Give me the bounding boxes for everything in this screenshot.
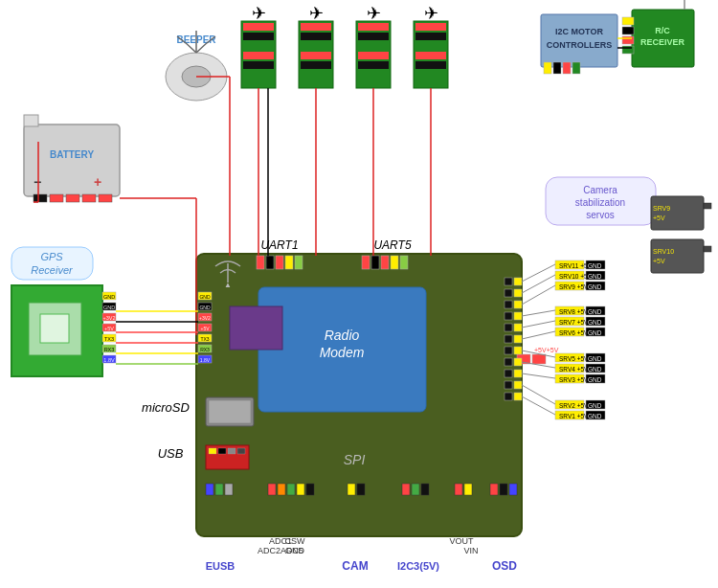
diagram-container: ✈ ✈ ✈ <box>0 0 718 588</box>
svg-rect-95 <box>514 324 522 331</box>
propeller-1-icon: ✈ <box>252 4 266 23</box>
svg-rect-147 <box>455 484 462 495</box>
svg-text:1.8V: 1.8V <box>200 357 211 363</box>
svg-rect-76 <box>230 306 282 350</box>
svg-rect-21 <box>358 71 389 79</box>
i2c-motor-container: I2C MOTOR CONTROLLERS <box>541 14 617 74</box>
svg-rect-98 <box>514 358 522 366</box>
svg-text:+5V+5V: +5V+5V <box>534 347 559 353</box>
svg-text:stabilization: stabilization <box>575 197 625 208</box>
svg-text:GND: GND <box>588 413 602 419</box>
svg-rect-135 <box>215 484 223 495</box>
svg-rect-157 <box>651 239 704 273</box>
microsd-label: microSD <box>142 400 190 415</box>
svg-rect-41 <box>622 36 634 44</box>
svg-rect-7 <box>243 71 274 79</box>
radio-modem-label: Radio <box>325 328 360 343</box>
svg-rect-91 <box>514 278 522 285</box>
cam-label: CAM <box>342 559 368 573</box>
spi-label: SPI <box>344 452 366 467</box>
svg-rect-90 <box>532 354 546 364</box>
svg-rect-12 <box>301 52 331 59</box>
cam-stab-label-container: Camera stabilization servos <box>546 177 656 225</box>
battery-label: BATTERY <box>50 149 94 160</box>
propeller-4-icon: ✈ <box>424 4 438 23</box>
svg-rect-146 <box>421 484 429 495</box>
svg-text:SRV10: SRV10 <box>653 248 674 255</box>
svg-rect-139 <box>287 484 295 495</box>
uart5-label: UART5 <box>373 238 411 252</box>
svg-rect-25 <box>415 42 446 50</box>
svg-rect-150 <box>500 484 507 495</box>
svg-rect-108 <box>505 347 512 354</box>
svg-text:GND: GND <box>103 305 115 310</box>
svg-rect-106 <box>505 324 512 331</box>
propeller-3-icon: ✈ <box>367 4 381 23</box>
svg-rect-34 <box>572 62 580 74</box>
propeller-2-icon: ✈ <box>309 4 324 23</box>
svg-text:+3V2: +3V2 <box>199 315 211 321</box>
svg-rect-112 <box>505 393 512 400</box>
svg-rect-10 <box>301 33 331 40</box>
svg-rect-26 <box>415 52 446 59</box>
svg-text:Modem: Modem <box>320 345 365 360</box>
svg-rect-23 <box>415 23 446 31</box>
svg-rect-46 <box>24 115 38 126</box>
svg-rect-39 <box>622 17 634 25</box>
svg-rect-85 <box>371 256 379 269</box>
uart1-label: UART1 <box>260 238 298 252</box>
svg-rect-88 <box>400 256 408 269</box>
svg-text:+5V: +5V <box>653 258 665 264</box>
svg-rect-100 <box>514 381 522 389</box>
i2c3-label: I2C3(5V) <box>397 560 439 572</box>
svg-text:GND: GND <box>103 294 115 300</box>
svg-text:+5V: +5V <box>104 326 114 331</box>
eusb-label: EUSB <box>206 560 236 572</box>
svg-rect-148 <box>464 484 472 495</box>
svg-rect-132 <box>228 448 236 454</box>
svg-rect-97 <box>514 347 522 354</box>
svg-rect-42 <box>622 46 634 54</box>
svg-text:SRV5 +5V: SRV5 +5V <box>559 355 589 362</box>
svg-rect-140 <box>297 484 304 495</box>
svg-rect-107 <box>505 335 512 343</box>
svg-rect-19 <box>358 52 389 59</box>
svg-text:GND: GND <box>199 305 211 310</box>
svg-text:−: − <box>34 174 41 190</box>
i2c-motor-label: I2C MOTOR <box>555 27 603 36</box>
svg-text:+5V: +5V <box>200 326 210 331</box>
svg-rect-137 <box>268 484 276 495</box>
svg-rect-109 <box>505 358 512 366</box>
svg-text:TX3: TX3 <box>104 336 114 342</box>
svg-rect-103 <box>505 289 512 297</box>
svg-text:GND: GND <box>588 319 602 326</box>
svg-text:SRV9: SRV9 <box>653 205 670 212</box>
svg-text:GND: GND <box>199 294 211 300</box>
svg-rect-28 <box>415 71 446 79</box>
svg-rect-4 <box>243 42 274 50</box>
svg-rect-99 <box>514 370 522 377</box>
svg-text:SRV8 +5V: SRV8 +5V <box>559 308 589 315</box>
svg-text:1.8V: 1.8V <box>103 357 115 363</box>
svg-text:GND: GND <box>588 355 602 362</box>
wiring-diagram-svg: ✈ ✈ ✈ <box>0 0 718 588</box>
svg-text:GND: GND <box>588 262 602 269</box>
svg-text:CONTROLLERS: CONTROLLERS <box>547 40 613 50</box>
svg-text:SRV1 +5V: SRV1 +5V <box>559 413 589 419</box>
svg-rect-138 <box>278 484 285 495</box>
svg-rect-87 <box>391 256 398 269</box>
svg-rect-155 <box>651 196 704 230</box>
cam-stab-label: Camera <box>583 185 617 195</box>
uart5-connectors <box>362 256 408 269</box>
svg-text:TX3: TX3 <box>200 336 209 342</box>
svg-text:RX3: RX3 <box>200 347 210 352</box>
vout-label: VOUT <box>449 536 474 546</box>
svg-rect-16 <box>358 23 389 31</box>
svg-rect-136 <box>225 484 233 495</box>
svg-rect-31 <box>544 62 551 74</box>
svg-rect-6 <box>243 61 274 69</box>
svg-rect-145 <box>412 484 419 495</box>
svg-rect-17 <box>358 33 389 40</box>
svg-rect-110 <box>505 370 512 377</box>
svg-rect-33 <box>563 62 571 74</box>
